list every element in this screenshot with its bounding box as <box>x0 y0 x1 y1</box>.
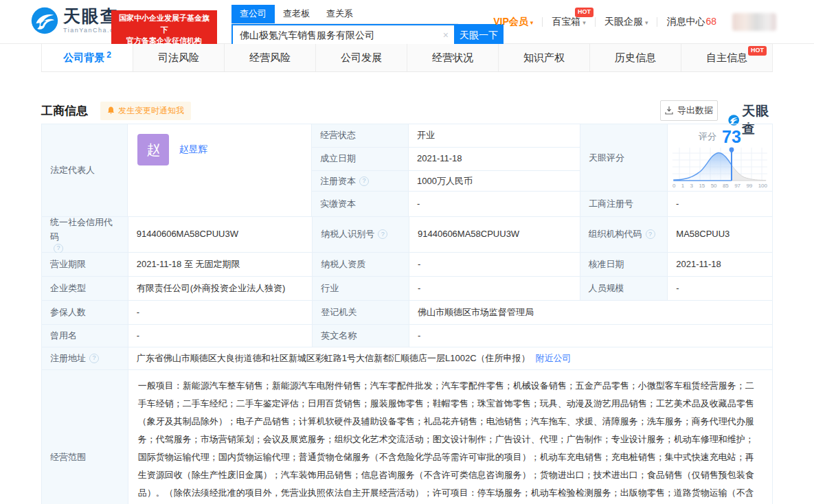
section-title: 工商信息 <box>41 103 88 119</box>
legal-rep-avatar[interactable]: 赵 <box>137 134 169 165</box>
field-label-reg-number: 工商注册号 <box>580 192 668 216</box>
chevron-down-icon: ▾ <box>530 19 534 26</box>
business-info-table: 法定代表人 赵 赵昱辉 经营状态 开业 成立日期 2021-11-18 注册资本… <box>41 124 773 504</box>
field-value-biz-scope: 一般项目：新能源汽车整车销售；新能源汽车电附件销售；汽车零配件批发；汽车零配件零… <box>128 370 772 504</box>
header-nav: VIP会员▾ HOT百宝箱▾ 天眼企服▾ 消息中心68 <box>484 0 776 44</box>
field-label-tianyan-score: 天眼评分 <box>580 124 668 191</box>
tab-company-background[interactable]: 公司背景2 <box>41 44 133 71</box>
hot-badge: HOT <box>575 8 593 17</box>
field-value-industry: - <box>409 277 580 300</box>
tab-company-development[interactable]: 公司发展 <box>316 44 407 71</box>
field-label-approval-date: 核准日期 <box>580 253 668 276</box>
field-value-legal-rep: 赵 赵昱辉 <box>128 124 312 216</box>
field-label-biz-status: 经营状态 <box>312 124 409 147</box>
field-value-insured-count: - <box>128 301 313 324</box>
field-value-former-name: - <box>128 325 313 347</box>
hot-badge: HOT <box>748 46 767 56</box>
tab-history-info[interactable]: 历史信息 <box>590 44 681 71</box>
tab-self-info[interactable]: 自主信息HOT <box>681 44 773 71</box>
nav-toolbox[interactable]: HOT百宝箱▾ <box>543 16 595 28</box>
field-value-reg-address: 广东省佛山市顺德区大良街道德和社区新城区彩虹路1号大信新都汇顺德店一层L1002… <box>128 347 772 369</box>
score-value: 73 <box>722 128 741 146</box>
field-value-biz-status: 开业 <box>409 124 580 147</box>
download-icon <box>665 106 673 115</box>
clear-icon[interactable]: × <box>443 30 449 41</box>
score-axis-ticks: 0131550859799100 <box>672 183 767 189</box>
field-label-taxpayer-id: 纳税人识别号? <box>313 217 409 252</box>
top-header: 天眼查 TianYanCha.com 国家中小企业发展子基金旗下 官方备案企业征… <box>0 0 814 44</box>
field-label-industry: 行业 <box>313 277 409 300</box>
field-value-reg-number: - <box>668 192 772 216</box>
field-value-est-date: 2021-11-18 <box>409 148 580 171</box>
field-value-company-type: 有限责任公司(外商投资企业法人独资) <box>128 277 313 300</box>
export-data-button[interactable]: 导出数据 <box>660 100 718 121</box>
field-label-reg-authority: 登记机关 <box>313 301 409 324</box>
search-tab-company[interactable]: 查公司 <box>231 5 275 23</box>
field-label-staff-size: 人员规模 <box>580 277 668 300</box>
help-icon[interactable]: ? <box>378 229 387 239</box>
field-label-insured-count: 参保人数 <box>42 301 128 324</box>
certification-line1: 国家中小企业发展子基金旗下 <box>116 12 212 35</box>
field-label-est-date: 成立日期 <box>312 148 409 171</box>
search-area: 查公司 查老板 查关系 × 天眼一下 <box>231 5 504 47</box>
field-label-biz-term: 营业期限 <box>42 253 128 276</box>
nav-message-center[interactable]: 消息中心68 <box>657 16 725 28</box>
field-value-taxpayer-qual: - <box>409 253 580 276</box>
nav-vip[interactable]: VIP会员▾ <box>484 16 542 28</box>
help-icon[interactable]: ? <box>359 176 369 186</box>
field-label-org-code: 组织机构代码? <box>580 217 668 252</box>
help-icon[interactable]: ? <box>646 229 655 239</box>
tab-judicial-risk[interactable]: 司法风险 <box>133 44 225 71</box>
field-label-credit-code: 统一社会信用代码? <box>42 217 128 252</box>
help-icon[interactable]: ? <box>54 244 63 253</box>
field-value-approval-date: 2021-11-18 <box>668 253 772 276</box>
bell-icon <box>107 106 115 115</box>
user-profile-blurred[interactable] <box>732 13 776 31</box>
notify-on-change-button[interactable]: 发生变更时通知我 <box>100 102 191 120</box>
tab-operation-status[interactable]: 经营状况 <box>407 44 499 71</box>
tab-count: 2 <box>106 50 111 60</box>
chevron-down-icon: ▾ <box>583 19 586 26</box>
certification-badge: 国家中小企业发展子基金旗下 官方备案企业征信机构 <box>111 10 217 49</box>
message-count-badge: 68 <box>705 16 716 27</box>
chevron-down-icon: ▾ <box>645 19 648 26</box>
tab-intellectual-property[interactable]: 知识产权 <box>499 44 590 71</box>
tianyancha-logo-icon <box>31 7 58 34</box>
field-value-credit-code: 91440606MA58CPUU3W <box>128 217 313 252</box>
tab-operation-risk[interactable]: 经营风险 <box>225 44 316 71</box>
field-label-legal-rep: 法定代表人 <box>42 124 128 216</box>
search-tab-relation[interactable]: 查关系 <box>318 5 361 23</box>
nav-enterprise-service[interactable]: 天眼企服▾ <box>596 16 657 28</box>
field-value-reg-capital: 1000万人民币 <box>409 171 580 191</box>
field-label-former-name: 曾用名 <box>42 325 128 347</box>
field-value-english-name: - <box>409 325 772 347</box>
search-tab-boss[interactable]: 查老板 <box>275 5 318 23</box>
field-label-taxpayer-qual: 纳税人资质 <box>313 253 409 276</box>
field-value-reg-authority: 佛山市顺德区市场监督管理局 <box>409 301 772 324</box>
nearby-companies-link[interactable]: 附近公司 <box>536 352 572 365</box>
company-tabbar: 公司背景2 司法风险 经营风险 公司发展 经营状况 知识产权 历史信息 自主信息… <box>41 44 773 72</box>
field-label-reg-capital: 注册资本? <box>312 171 409 191</box>
field-value-paid-capital: - <box>409 192 580 216</box>
field-value-taxpayer-id: 91440606MA58CPUU3W <box>409 217 580 252</box>
field-label-english-name: 英文名称 <box>313 325 409 347</box>
field-label-company-type: 企业类型 <box>42 277 128 300</box>
search-tabs: 查公司 查老板 查关系 <box>231 5 458 24</box>
section-header: 工商信息 发生变更时通知我 导出数据 天眼查 <box>41 100 773 122</box>
field-value-org-code: MA58CPUU3 <box>668 217 772 252</box>
help-icon[interactable]: ? <box>89 354 99 363</box>
score-caption: 评分 <box>699 130 716 143</box>
field-label-reg-address: 注册地址? <box>42 347 128 369</box>
field-value-biz-term: 2021-11-18 至 无固定期限 <box>128 253 313 276</box>
field-label-paid-capital: 实缴资本 <box>312 192 409 216</box>
legal-rep-link[interactable]: 赵昱辉 <box>179 144 207 207</box>
tianyan-score-chart: 评分 73 <box>668 124 772 191</box>
score-distribution-curve <box>672 146 767 182</box>
field-label-biz-scope: 经营范围 <box>42 370 128 504</box>
field-value-staff-size: - <box>668 277 772 300</box>
